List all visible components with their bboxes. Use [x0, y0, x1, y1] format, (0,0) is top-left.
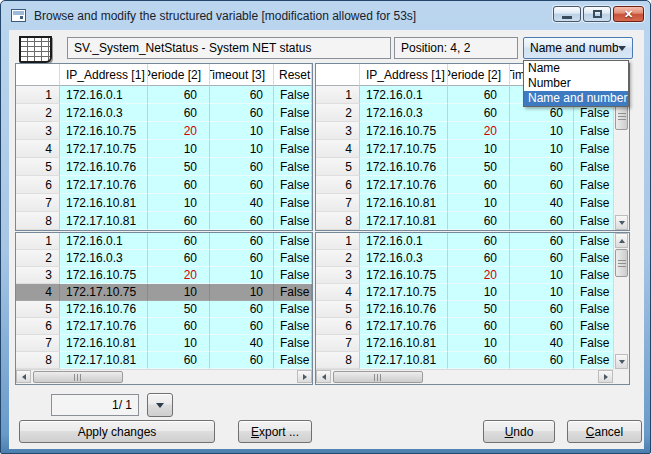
row-number-cell[interactable]: 6: [316, 318, 360, 335]
cell-ip-address[interactable]: 172.16.10.81: [60, 194, 148, 212]
horizontal-scrollbar-thumb[interactable]: [333, 371, 423, 383]
table-row[interactable]: 5172.16.10.765060False: [316, 301, 629, 318]
cell-periode[interactable]: 10: [448, 194, 510, 212]
table-row[interactable]: 1172.16.0.16060False: [316, 233, 629, 250]
row-number-cell[interactable]: 4: [16, 284, 60, 301]
row-number-cell[interactable]: 5: [16, 158, 60, 176]
row-number-cell[interactable]: 3: [16, 267, 60, 284]
cell-periode[interactable]: 60: [448, 352, 510, 369]
cell-periode[interactable]: 10: [148, 140, 210, 158]
cell-periode[interactable]: 10: [148, 194, 210, 212]
cell-periode[interactable]: 60: [148, 86, 210, 104]
cell-timeout[interactable]: 60: [210, 318, 274, 335]
table-row[interactable]: 7172.16.10.811040False: [16, 194, 312, 212]
cell-reset[interactable]: False: [274, 194, 312, 212]
cell-reset[interactable]: False: [274, 176, 312, 194]
cell-reset[interactable]: False: [274, 267, 312, 284]
display-mode-dropdown[interactable]: Name and number: [523, 37, 633, 59]
vertical-scrollbar[interactable]: [613, 233, 629, 369]
cell-reset[interactable]: False: [274, 122, 312, 140]
table-row[interactable]: 6172.17.10.766060False: [316, 176, 629, 194]
cell-ip-address[interactable]: 172.17.10.75: [360, 140, 448, 158]
cell-timeout[interactable]: 60: [510, 318, 574, 335]
minimize-button[interactable]: [553, 6, 581, 22]
cell-timeout[interactable]: 60: [210, 233, 274, 250]
row-number-cell[interactable]: 5: [316, 158, 360, 176]
cell-ip-address[interactable]: 172.16.10.75: [60, 122, 148, 140]
close-button[interactable]: ✕: [613, 6, 644, 22]
dropdown-option[interactable]: Number: [524, 76, 628, 91]
cell-ip-address[interactable]: 172.16.0.3: [60, 250, 148, 267]
cell-periode[interactable]: 50: [448, 301, 510, 318]
cell-periode[interactable]: 60: [448, 250, 510, 267]
cell-ip-address[interactable]: 172.17.10.81: [60, 352, 148, 369]
cell-reset[interactable]: False: [274, 86, 312, 104]
cell-ip-address[interactable]: 172.16.10.76: [60, 301, 148, 318]
cell-ip-address[interactable]: 172.16.10.75: [360, 267, 448, 284]
cell-periode[interactable]: 50: [148, 301, 210, 318]
table-row[interactable]: 4172.17.10.751010False: [16, 284, 312, 301]
cell-ip-address[interactable]: 172.17.10.76: [360, 176, 448, 194]
table-row[interactable]: 8172.17.10.816060False: [16, 352, 312, 369]
cell-timeout[interactable]: 10: [510, 140, 574, 158]
cell-timeout[interactable]: 40: [510, 194, 574, 212]
horizontal-scrollbar[interactable]: [16, 369, 312, 384]
table-row[interactable]: 2172.16.0.36060False: [16, 250, 312, 267]
row-number-cell[interactable]: 6: [16, 176, 60, 194]
cell-timeout[interactable]: 60: [510, 158, 574, 176]
cell-ip-address[interactable]: 172.16.10.81: [60, 335, 148, 352]
horizontal-scrollbar[interactable]: [316, 369, 613, 384]
table-row[interactable]: 1172.16.0.16060False: [16, 86, 312, 104]
row-number-cell[interactable]: 7: [316, 194, 360, 212]
row-number-cell[interactable]: 5: [16, 301, 60, 318]
cell-reset[interactable]: False: [274, 284, 312, 301]
cell-periode[interactable]: 60: [148, 318, 210, 335]
row-number-cell[interactable]: 7: [16, 335, 60, 352]
cell-ip-address[interactable]: 172.17.10.75: [360, 284, 448, 301]
maximize-button[interactable]: [583, 6, 611, 22]
cell-ip-address[interactable]: 172.17.10.75: [60, 284, 148, 301]
row-number-cell[interactable]: 8: [316, 212, 360, 230]
table-row[interactable]: 5172.16.10.765060False: [316, 158, 629, 176]
cell-ip-address[interactable]: 172.16.10.76: [360, 158, 448, 176]
cancel-button[interactable]: Cancel: [567, 420, 642, 443]
cell-periode[interactable]: 60: [448, 318, 510, 335]
cell-ip-address[interactable]: 172.16.0.1: [360, 233, 448, 250]
row-number-cell[interactable]: 4: [16, 140, 60, 158]
cell-ip-address[interactable]: 172.17.10.76: [360, 318, 448, 335]
cell-ip-address[interactable]: 172.17.10.81: [360, 352, 448, 369]
vertical-scrollbar-thumb[interactable]: [615, 249, 628, 277]
row-number-cell[interactable]: 5: [316, 301, 360, 318]
cell-periode[interactable]: 20: [448, 267, 510, 284]
table-row[interactable]: 3172.16.10.752010False: [16, 267, 312, 284]
cell-reset[interactable]: False: [274, 212, 312, 230]
table-row[interactable]: 3172.16.10.752010False: [316, 122, 629, 140]
cell-periode[interactable]: 10: [148, 335, 210, 352]
cell-timeout[interactable]: 60: [510, 352, 574, 369]
table-row[interactable]: 4172.17.10.751010False: [316, 140, 629, 158]
row-number-cell[interactable]: 2: [316, 250, 360, 267]
cell-ip-address[interactable]: 172.16.0.3: [360, 250, 448, 267]
table-row[interactable]: 7172.16.10.811040False: [16, 335, 312, 352]
cell-timeout[interactable]: 10: [510, 284, 574, 301]
cell-timeout[interactable]: 10: [210, 267, 274, 284]
cell-periode[interactable]: 60: [148, 212, 210, 230]
cell-ip-address[interactable]: 172.16.0.3: [60, 104, 148, 122]
cell-ip-address[interactable]: 172.16.10.75: [360, 122, 448, 140]
cell-periode[interactable]: 10: [448, 284, 510, 301]
table-row[interactable]: 7172.16.10.811040False: [316, 194, 629, 212]
export-button[interactable]: Export ...: [238, 420, 312, 443]
cell-timeout[interactable]: 10: [210, 140, 274, 158]
cell-ip-address[interactable]: 172.16.10.81: [360, 194, 448, 212]
table-row[interactable]: 5172.16.10.765060False: [16, 301, 312, 318]
cell-periode[interactable]: 10: [148, 284, 210, 301]
cell-periode[interactable]: 60: [148, 352, 210, 369]
cell-periode[interactable]: 50: [448, 158, 510, 176]
cell-ip-address[interactable]: 172.16.0.1: [360, 86, 448, 104]
row-number-cell[interactable]: 6: [16, 318, 60, 335]
scroll-left-button[interactable]: [316, 370, 331, 383]
dropdown-option[interactable]: Name: [524, 61, 628, 76]
table-row[interactable]: 4172.17.10.751010False: [16, 140, 312, 158]
cell-ip-address[interactable]: 172.17.10.76: [60, 176, 148, 194]
row-number-cell[interactable]: 7: [316, 335, 360, 352]
